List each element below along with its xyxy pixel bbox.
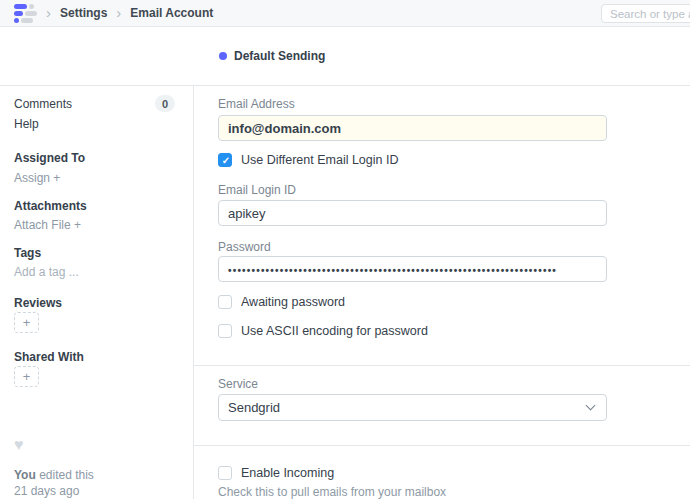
- service-select[interactable]: Sendgrid: [218, 394, 607, 421]
- header-divider: [0, 85, 690, 86]
- reviews-heading: Reviews: [14, 296, 62, 310]
- like-heart-icon[interactable]: ♥: [14, 437, 24, 453]
- use-different-login-label: Use Different Email Login ID: [241, 153, 398, 167]
- assigned-to-heading: Assigned To: [14, 151, 85, 165]
- tags-heading: Tags: [14, 246, 41, 260]
- shared-with-heading: Shared With: [14, 350, 84, 364]
- email-login-id-label: Email Login ID: [218, 183, 296, 197]
- service-selected-value: Sendgrid: [228, 400, 280, 415]
- service-label: Service: [218, 377, 258, 391]
- top-navbar: › Settings › Email Account: [0, 0, 690, 27]
- enable-incoming-description: Check this to pull emails from your mail…: [218, 485, 446, 499]
- email-login-id-field[interactable]: [218, 200, 607, 226]
- indicator-dot-icon: [219, 52, 227, 60]
- section-divider: [194, 365, 690, 366]
- chevron-right-icon: ›: [116, 5, 121, 22]
- awaiting-password-label: Awaiting password: [241, 295, 345, 309]
- ascii-encoding-label: Use ASCII encoding for password: [241, 324, 428, 338]
- checkbox-checked-icon: [218, 153, 232, 167]
- chevron-down-icon: [586, 401, 596, 411]
- breadcrumb-email-account[interactable]: Email Account: [130, 6, 213, 20]
- add-tag-input[interactable]: Add a tag ...: [14, 265, 79, 279]
- enable-incoming-label: Enable Incoming: [241, 466, 334, 480]
- checkbox-unchecked-icon: [218, 324, 232, 338]
- sidebar-item-comments[interactable]: Comments: [14, 97, 72, 111]
- status-indicator-label: Default Sending: [234, 49, 325, 63]
- add-share-button[interactable]: +: [14, 366, 39, 387]
- comments-count-badge: 0: [155, 95, 175, 112]
- sidebar-divider: [193, 86, 194, 499]
- ascii-encoding-checkbox[interactable]: Use ASCII encoding for password: [218, 324, 428, 338]
- checkbox-unchecked-icon: [218, 295, 232, 309]
- search-input[interactable]: [601, 4, 690, 23]
- last-edited-text: You edited this: [14, 468, 94, 482]
- attachments-heading: Attachments: [14, 199, 87, 213]
- section-divider: [194, 445, 690, 446]
- app-logo-icon[interactable]: [14, 4, 37, 23]
- chevron-right-icon: ›: [46, 5, 51, 22]
- edited-timestamp: 21 days ago: [14, 484, 79, 498]
- password-field[interactable]: [218, 256, 607, 282]
- email-address-field[interactable]: [218, 115, 607, 141]
- use-different-login-checkbox[interactable]: Use Different Email Login ID: [218, 153, 398, 167]
- enable-incoming-checkbox[interactable]: Enable Incoming: [218, 466, 334, 480]
- sidebar-item-help[interactable]: Help: [14, 117, 39, 131]
- checkbox-unchecked-icon: [218, 466, 232, 480]
- password-label: Password: [218, 240, 271, 254]
- email-address-label: Email Address: [218, 97, 295, 111]
- attach-file-button[interactable]: Attach File +: [14, 218, 81, 232]
- edited-by-user: You: [14, 468, 36, 482]
- breadcrumb-settings[interactable]: Settings: [60, 6, 107, 20]
- awaiting-password-checkbox[interactable]: Awaiting password: [218, 295, 345, 309]
- add-review-button[interactable]: +: [14, 312, 39, 333]
- assign-button[interactable]: Assign +: [14, 171, 60, 185]
- status-indicator: Default Sending: [219, 49, 325, 63]
